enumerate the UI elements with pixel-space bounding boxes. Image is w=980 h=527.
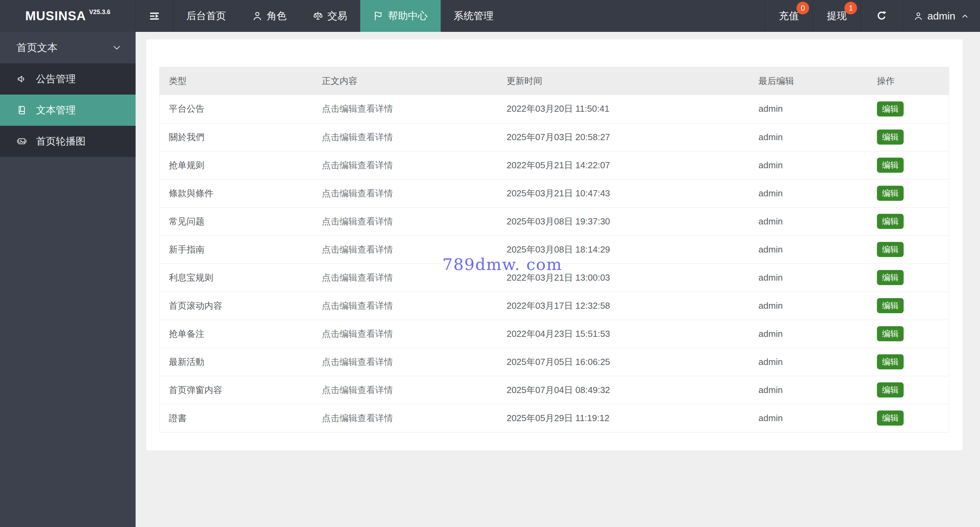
column-header-updated: 更新时间 (497, 67, 749, 95)
cell-updated: 2025年07月03日 20:58:27 (497, 123, 749, 151)
edit-button[interactable]: 编辑 (877, 101, 904, 117)
cell-editor: admin (749, 123, 868, 151)
table-row: 常见问题 点击编辑查看详情 2025年03月08日 19:37:30 admin… (159, 207, 949, 235)
table-row: 首页滚动内容 点击编辑查看详情 2022年03月17日 12:32:58 adm… (159, 292, 949, 320)
cell-type: 新手指南 (159, 235, 313, 264)
admin-page: MUSINSA V25.3.6 后台首页 角色 交易 (0, 0, 980, 527)
app-logo[interactable]: MUSINSA V25.3.6 (0, 0, 135, 32)
cell-editor: admin (749, 320, 868, 348)
cell-actions: 编辑 (868, 123, 949, 151)
column-header-type: 类型 (159, 67, 313, 95)
edit-button[interactable]: 编辑 (877, 410, 904, 426)
cell-type: 首页滚动内容 (159, 292, 313, 320)
edit-button[interactable]: 编辑 (877, 354, 904, 369)
sidebar-item-home-carousel[interactable]: 首页轮播图 (0, 126, 135, 157)
cell-editor: admin (749, 264, 868, 292)
table-row: 最新活動 点击编辑查看详情 2025年07月05日 16:06:25 admin… (159, 348, 949, 376)
recharge-count-badge: 0 (797, 2, 809, 14)
cell-editor: admin (749, 404, 868, 432)
cell-content: 点击编辑查看详情 (313, 376, 498, 404)
cell-type: 平台公告 (159, 95, 313, 123)
cell-type: 首页弹窗内容 (159, 376, 313, 404)
nav-item-roles[interactable]: 角色 (239, 0, 300, 32)
main-nav: 后台首页 角色 交易 帮助中心 (173, 0, 506, 32)
column-header-editor: 最后编辑 (749, 67, 868, 95)
chevron-down-icon (111, 43, 122, 53)
cell-actions: 编辑 (868, 348, 949, 376)
cell-actions: 编辑 (868, 404, 949, 432)
cell-editor: admin (749, 235, 868, 264)
cell-actions: 编辑 (868, 95, 949, 123)
table-row: 證書 点击编辑查看详情 2025年05月29日 11:19:12 admin 编… (159, 404, 949, 432)
edit-button[interactable]: 编辑 (877, 242, 904, 257)
cell-actions: 编辑 (868, 292, 949, 320)
text-management-table: 类型 正文内容 更新时间 最后编辑 操作 平台公告 点击编辑查看详情 2022年… (159, 67, 949, 433)
sidebar: 首页文本 公告管理 文本管理 首页轮播图 (0, 32, 135, 527)
cell-actions: 编辑 (868, 320, 949, 348)
sidebar-item-text-management[interactable]: 文本管理 (0, 94, 135, 126)
cell-updated: 2022年03月21日 13:00:03 (497, 264, 749, 292)
column-header-actions: 操作 (868, 67, 949, 95)
table-row: 首页弹窗内容 点击编辑查看详情 2025年07月04日 08:49:32 adm… (159, 376, 949, 404)
sidebar-item-announcement-management[interactable]: 公告管理 (0, 63, 135, 94)
edit-button[interactable]: 编辑 (877, 326, 904, 341)
nav-item-help-center[interactable]: 帮助中心 (360, 0, 441, 32)
edit-button[interactable]: 编辑 (877, 298, 904, 313)
cell-editor: admin (749, 292, 868, 320)
cell-content: 点击编辑查看详情 (313, 320, 498, 348)
edit-button[interactable]: 编辑 (877, 270, 904, 285)
cell-actions: 编辑 (868, 179, 949, 207)
edit-button[interactable]: 编辑 (877, 186, 904, 201)
cell-type: 利息宝规则 (159, 264, 313, 292)
cell-type: 證書 (159, 404, 313, 432)
cell-actions: 编辑 (868, 151, 949, 179)
cell-type: 抢单规则 (159, 151, 313, 179)
cell-type: 最新活動 (159, 348, 313, 376)
cell-updated: 2022年03月20日 11:50:41 (497, 95, 749, 123)
cell-updated: 2025年03月08日 18:14:29 (497, 235, 749, 264)
cell-content: 点击编辑查看详情 (313, 95, 498, 123)
recharge-nav-item[interactable]: 充值 0 (765, 0, 813, 32)
flag-icon (373, 11, 384, 21)
nav-item-system[interactable]: 系统管理 (441, 0, 506, 32)
withdraw-nav-item[interactable]: 提现 1 (813, 0, 861, 32)
sidebar-toggle-button[interactable] (135, 0, 173, 32)
table-body: 平台公告 点击编辑查看详情 2022年03月20日 11:50:41 admin… (159, 95, 949, 432)
cell-updated: 2025年07月05日 16:06:25 (497, 348, 749, 376)
cell-editor: admin (749, 179, 868, 207)
table-header: 类型 正文内容 更新时间 最后编辑 操作 (159, 67, 949, 95)
sidebar-section-title: 首页文本 (16, 41, 57, 55)
refresh-button[interactable] (861, 0, 902, 32)
user-icon (913, 11, 923, 21)
cell-editor: admin (749, 376, 868, 404)
cell-content: 点击编辑查看详情 (313, 292, 498, 320)
cell-content: 点击编辑查看详情 (313, 264, 498, 292)
edit-button[interactable]: 编辑 (877, 129, 904, 145)
cell-actions: 编辑 (868, 207, 949, 235)
cell-updated: 2025年07月04日 08:49:32 (497, 376, 749, 404)
column-header-content: 正文内容 (313, 67, 498, 95)
edit-button[interactable]: 编辑 (877, 158, 904, 173)
app-version: V25.3.6 (89, 8, 110, 16)
main-content: 类型 正文内容 更新时间 最后编辑 操作 平台公告 点击编辑查看详情 2022年… (135, 32, 980, 527)
cell-type: 條款與條件 (159, 179, 313, 207)
cell-updated: 2025年05月29日 11:19:12 (497, 404, 749, 432)
cell-content: 点击编辑查看详情 (313, 151, 498, 179)
cell-content: 点击编辑查看详情 (313, 235, 498, 264)
cell-content: 点击编辑查看详情 (313, 404, 498, 432)
menu-fold-icon (149, 10, 160, 22)
sidebar-menu: 公告管理 文本管理 首页轮播图 (0, 63, 135, 157)
cell-editor: admin (749, 207, 868, 235)
app-logo-text: MUSINSA (25, 9, 86, 23)
edit-button[interactable]: 编辑 (877, 214, 904, 229)
speaker-icon (16, 73, 27, 84)
sidebar-section-toggle[interactable]: 首页文本 (0, 32, 135, 63)
edit-button[interactable]: 编辑 (877, 382, 904, 398)
cell-updated: 2025年03月08日 19:37:30 (497, 207, 749, 235)
cell-updated: 2022年05月21日 14:22:07 (497, 151, 749, 179)
user-menu[interactable]: admin (902, 0, 980, 32)
nav-item-trade[interactable]: 交易 (300, 0, 360, 32)
cell-content: 点击编辑查看详情 (313, 348, 498, 376)
topbar-actions: 充值 0 提现 1 admin (765, 0, 980, 32)
nav-item-dashboard[interactable]: 后台首页 (173, 0, 239, 32)
